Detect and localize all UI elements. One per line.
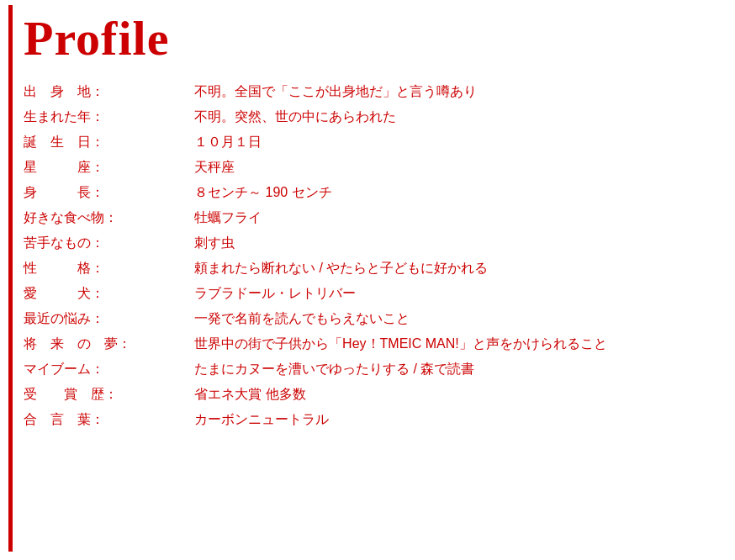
table-row: 好きな食べ物：牡蠣フライ: [24, 205, 718, 230]
table-row: 身 長：８センチ～ 190 センチ: [24, 180, 718, 205]
table-row: 苦手なもの：刺す虫: [24, 230, 718, 256]
profile-label: 星 座：: [24, 155, 194, 180]
profile-value: 天秤座: [194, 155, 718, 180]
profile-value: たまにカヌーを漕いでゆったりする / 森で読書: [194, 357, 718, 382]
table-row: 誕 生 日：１０月１日: [24, 129, 718, 155]
table-row: 星 座：天秤座: [24, 155, 718, 180]
profile-label: 愛 犬：: [24, 281, 194, 306]
table-row: 合 言 葉：カーボンニュートラル: [24, 407, 718, 432]
table-row: 出 身 地：不明。全国で「ここが出身地だ」と言う噂あり: [24, 79, 718, 104]
profile-value: ８センチ～ 190 センチ: [194, 180, 718, 205]
profile-label: 受 賞 歴：: [24, 382, 194, 407]
profile-table: 出 身 地：不明。全国で「ここが出身地だ」と言う噂あり生まれた年：不明。突然、世…: [24, 79, 718, 432]
table-row: 将 来 の 夢：世界中の街で子供から「Hey！TMEIC MAN!」と声をかけら…: [24, 331, 718, 357]
profile-value: １０月１日: [194, 129, 718, 155]
profile-label: 出 身 地：: [24, 79, 194, 104]
profile-value: 不明。突然、世の中にあらわれた: [194, 104, 718, 129]
profile-value: 省エネ大賞 他多数: [194, 382, 718, 407]
profile-label: 性 格：: [24, 256, 194, 281]
profile-value: 不明。全国で「ここが出身地だ」と言う噂あり: [194, 79, 718, 104]
profile-value: 頼まれたら断れない / やたらと子どもに好かれる: [194, 256, 718, 281]
page-title: Profile: [24, 12, 718, 66]
profile-label: 合 言 葉：: [24, 407, 194, 432]
profile-label: マイブーム：: [24, 357, 194, 382]
profile-label: 誕 生 日：: [24, 129, 194, 155]
profile-label: 最近の悩み：: [24, 306, 194, 331]
profile-label: 生まれた年：: [24, 104, 194, 129]
table-row: 最近の悩み：一発で名前を読んでもらえないこと: [24, 306, 718, 331]
table-row: 受 賞 歴：省エネ大賞 他多数: [24, 382, 718, 407]
table-row: 愛 犬：ラブラドール・レトリバー: [24, 281, 718, 306]
profile-label: 将 来 の 夢：: [24, 331, 194, 357]
table-row: 生まれた年：不明。突然、世の中にあらわれた: [24, 104, 718, 129]
profile-label: 苦手なもの：: [24, 230, 194, 256]
profile-value: 刺す虫: [194, 230, 718, 256]
profile-value: 牡蠣フライ: [194, 205, 718, 230]
main-content: Profile 出 身 地：不明。全国で「ここが出身地だ」と言う噂あり生まれた年…: [24, 8, 718, 432]
profile-value: 世界中の街で子供から「Hey！TMEIC MAN!」と声をかけられること: [194, 331, 718, 357]
page-container: Profile 出 身 地：不明。全国で「ここが出身地だ」と言う噂あり生まれた年…: [0, 0, 735, 560]
profile-value: 一発で名前を読んでもらえないこと: [194, 306, 718, 331]
profile-label: 身 長：: [24, 180, 194, 205]
table-row: マイブーム：たまにカヌーを漕いでゆったりする / 森で読書: [24, 357, 718, 382]
profile-value: ラブラドール・レトリバー: [194, 281, 718, 306]
left-border-accent: [8, 5, 13, 552]
profile-value: カーボンニュートラル: [194, 407, 718, 432]
table-row: 性 格：頼まれたら断れない / やたらと子どもに好かれる: [24, 256, 718, 281]
profile-label: 好きな食べ物：: [24, 205, 194, 230]
